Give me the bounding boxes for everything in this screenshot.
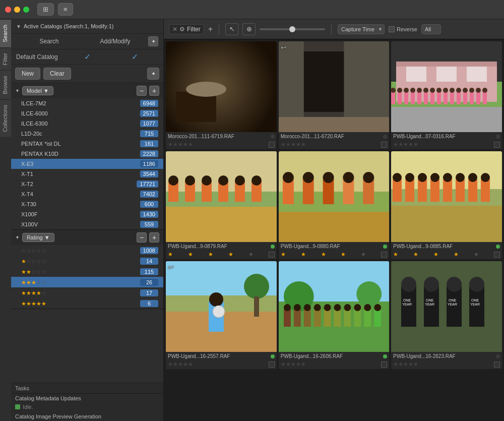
- reverse-checkbox[interactable]: [389, 26, 395, 32]
- photo-checkbox[interactable]: [269, 252, 275, 258]
- model-item-count: 1077: [140, 120, 158, 127]
- zoom-tool-button[interactable]: ⊕: [242, 23, 256, 35]
- photo-cell[interactable]: PWB-Ugand...9-0879.RAF ★★★★★: [166, 151, 277, 259]
- photo-stars-row: ★★★★★: [166, 141, 277, 149]
- photo-checkbox[interactable]: [494, 252, 500, 258]
- photo-cell[interactable]: ↩ Morocco-201...11-6720.RAF ★★★★★: [279, 41, 390, 149]
- model-item-label: ILCE-6000: [21, 110, 140, 116]
- photo-checkbox[interactable]: [381, 252, 387, 258]
- zoom-slider[interactable]: [260, 28, 325, 30]
- sort-select[interactable]: Capture Time File Name Rating Date Added: [338, 24, 385, 34]
- filter-gear-icon[interactable]: ⚙: [179, 26, 185, 33]
- grid-view-button[interactable]: ⊞: [37, 3, 54, 16]
- default-catalog-search-check[interactable]: ✓: [64, 52, 111, 62]
- photo-checkbox[interactable]: [494, 142, 500, 148]
- filter-add-icon[interactable]: +: [208, 25, 213, 34]
- model-item[interactable]: X-E3 1186: [11, 159, 163, 169]
- photo-cell[interactable]: PWB-Ugand...9-0885.RAF ★★★★★: [391, 151, 502, 259]
- photo-checkbox[interactable]: [494, 362, 500, 368]
- model-item[interactable]: X100V 559: [11, 219, 163, 229]
- rating-select[interactable]: All 1+ 2+ 3+ 4+ 5: [421, 24, 441, 34]
- photo-stars-row: ★★★★★: [166, 360, 277, 369]
- tab-browse[interactable]: Browse: [0, 70, 11, 99]
- model-item[interactable]: PENTAX *ist DL 161: [11, 139, 163, 149]
- tab-collections[interactable]: Collections: [0, 99, 11, 137]
- star-empty: ☆: [41, 269, 46, 275]
- photo-cell[interactable]: ↩ PWB-Ugand...16-2557.RAF ★★★★★: [166, 261, 277, 369]
- filter-controls: New Clear ✦: [11, 65, 163, 83]
- photo-checkbox[interactable]: [381, 142, 387, 148]
- star-filled: ★: [31, 290, 36, 296]
- list-view-button[interactable]: ≡: [58, 3, 73, 16]
- photo-status-dot: [271, 245, 275, 249]
- rating-item[interactable]: ★★★★★ 6: [11, 298, 163, 309]
- col-star-button[interactable]: ✦: [148, 36, 158, 46]
- photo-cell[interactable]: Morocco-201...111-6719.RAF ★★★★★: [166, 41, 277, 149]
- model-item[interactable]: X-T4 7402: [11, 189, 163, 199]
- rating-section-header[interactable]: ▼ Rating ▼ − +: [11, 230, 163, 245]
- model-item[interactable]: X100F 1430: [11, 209, 163, 219]
- clear-button[interactable]: Clear: [43, 68, 71, 80]
- rating-plus-button[interactable]: +: [149, 232, 159, 243]
- rating-item[interactable]: ☆☆☆☆☆ 1008: [11, 245, 163, 256]
- model-item[interactable]: ILCE-6000 2571: [11, 108, 163, 118]
- cursor-tool-button[interactable]: ↖: [225, 23, 238, 35]
- star-empty: ☆: [26, 248, 31, 254]
- model-item[interactable]: ILCE-7M2 6948: [11, 98, 163, 108]
- no-stars: ★★★★★: [393, 141, 418, 148]
- close-button[interactable]: [5, 7, 11, 13]
- model-item-count: 17721: [137, 181, 158, 188]
- photo-footer: Morocco-201...111-6719.RAF: [166, 132, 277, 141]
- status-dot-1: [15, 404, 20, 409]
- rating-title-button[interactable]: Rating ▼: [22, 233, 54, 242]
- model-minus-button[interactable]: −: [137, 86, 147, 96]
- photo-cell[interactable]: PWB-Ugand...16-2606.RAF ★★★★★: [279, 261, 390, 369]
- no-stars: ★★★★★: [168, 361, 193, 368]
- model-item[interactable]: X-T1 3544: [11, 169, 163, 179]
- model-item[interactable]: X-T30 600: [11, 199, 163, 209]
- rating-minus-button[interactable]: −: [137, 232, 147, 243]
- new-button[interactable]: New: [15, 68, 40, 80]
- model-section-header[interactable]: ▼ Model ▼ − +: [11, 83, 163, 98]
- photo-checkbox[interactable]: [381, 362, 387, 368]
- model-plus-button[interactable]: +: [149, 86, 159, 96]
- default-catalog-modify-check[interactable]: ✓: [111, 52, 158, 62]
- star-filled: ★: [393, 251, 398, 258]
- photo-cell[interactable]: PWB-Ugand...16-2623.RAF ★★★★★: [391, 261, 502, 369]
- model-item-count: 600: [140, 201, 158, 208]
- photo-checkbox[interactable]: [269, 142, 275, 148]
- rating-item[interactable]: ★★☆☆☆ 115: [11, 266, 163, 277]
- photo-name: PWB-Ugand...16-2623.RAF: [393, 353, 494, 359]
- no-stars: ★★★★★: [281, 361, 306, 368]
- star-empty: ☆: [31, 269, 36, 275]
- maximize-button[interactable]: [23, 7, 29, 13]
- model-item[interactable]: PENTAX K10D 2228: [11, 149, 163, 159]
- photo-cell[interactable]: PWB-Ugand...07-0316.RAF ★★★★★: [391, 41, 502, 149]
- rating-section: ▼ Rating ▼ − + ☆☆☆☆☆ 1008 ★☆☆☆☆ 14 ★★☆☆☆…: [11, 230, 163, 309]
- rating-item[interactable]: ★☆☆☆☆ 14: [11, 256, 163, 266]
- model-item[interactable]: ILCE-6300 1077: [11, 118, 163, 129]
- star-empty: ☆: [41, 279, 46, 285]
- star-filter-button[interactable]: ✦: [147, 68, 159, 80]
- star-filled: ★: [21, 300, 26, 307]
- rating-item[interactable]: ★★★☆☆ 26: [11, 277, 163, 287]
- model-item[interactable]: L1D-20c 715: [11, 129, 163, 139]
- model-item-label: PENTAX K10D: [21, 151, 140, 157]
- star-filled: ★: [31, 300, 36, 307]
- photo-canvas: [166, 261, 277, 352]
- tab-filter[interactable]: Filter: [0, 47, 11, 70]
- model-dropdown-icon: ▼: [43, 88, 49, 94]
- photo-stars-row: ★★★★★: [279, 251, 390, 259]
- filter-badge: ✕ ⚙ Filter: [169, 24, 204, 34]
- tab-search[interactable]: Search: [0, 19, 11, 47]
- model-title-button[interactable]: Model ▼: [22, 86, 53, 95]
- photo-checkbox[interactable]: [269, 362, 275, 368]
- photo-cell[interactable]: PWB-Ugand...9-0880.RAF ★★★★★: [279, 151, 390, 259]
- photo-stars-row: ★★★★★: [391, 360, 502, 369]
- photo-status-dot: [271, 135, 275, 139]
- filter-close-icon[interactable]: ✕: [172, 26, 177, 33]
- minimize-button[interactable]: [14, 7, 20, 13]
- model-item[interactable]: X-T2 17721: [11, 179, 163, 189]
- rating-item[interactable]: ★★★★☆ 17: [11, 287, 163, 298]
- photo-canvas: [391, 41, 502, 132]
